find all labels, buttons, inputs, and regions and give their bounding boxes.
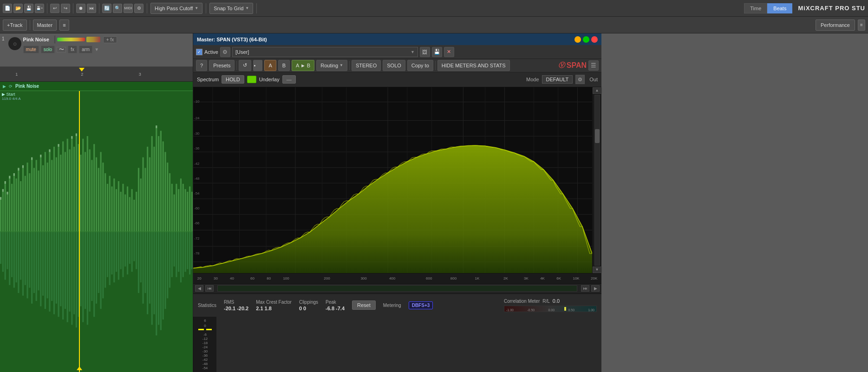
nav-home-button[interactable]: ⏮ [205,285,214,292]
db-label--72: -72 [194,236,200,241]
playhead-line [79,91,80,372]
corr-tick-050: 0.50 [568,308,574,312]
scroll-up-button[interactable]: ▲ [593,87,602,94]
svg-rect-107 [7,232,8,269]
hide-meters-button[interactable]: HIDE METERS AND STATS [437,60,510,71]
b-button[interactable]: B [278,60,290,71]
open-icon[interactable]: 📂 [13,4,23,13]
a-to-b-button[interactable]: A ► B [292,60,314,71]
freq-30: 30 [214,276,218,281]
track-header: 1 ⊙ Pink Noise + fx mute solo 〜 fx [0,33,193,67]
nav-right-button[interactable]: ▶ [591,285,600,292]
preset-save-btn[interactable]: 💾 [432,47,442,57]
svg-rect-59 [129,197,131,231]
clippings-label: Clippings [299,300,318,305]
vst-gear-button[interactable]: ⚙ [220,47,230,57]
record-icon[interactable]: ⏺ [76,4,85,13]
preset-close-btn[interactable]: ✕ [444,47,454,57]
sep3 [99,3,99,13]
preset-icon-btn1[interactable]: 🖼 [420,47,430,57]
presets-button[interactable]: Presets [209,60,235,71]
svg-rect-10 [20,181,21,231]
hamburger-button[interactable]: ≡ [59,20,69,31]
track-name: Pink Noise [23,37,49,42]
vst-minimize-button[interactable] [574,36,581,43]
a-button[interactable]: A [264,60,276,71]
solo-btn2[interactable]: SOLO [383,60,405,71]
time-button[interactable]: Time [744,3,767,13]
scroll-track[interactable] [594,95,600,266]
help-button[interactable]: ? [196,60,207,71]
spectrum-active-indicator[interactable] [247,76,256,83]
redo-icon[interactable]: ↪ [61,4,70,13]
svg-rect-113 [20,232,21,280]
reset-button[interactable]: ↺ [239,60,251,71]
svg-rect-13 [26,163,28,231]
nav-view-range [218,286,577,291]
dot-button[interactable]: • [253,60,262,71]
svg-rect-63 [138,168,139,232]
svg-rect-82 [180,178,182,231]
corr-tick-labels: -1.00 -0.50 0.00 0.50 1.00 [504,308,596,312]
scroll-thumb[interactable] [595,129,600,143]
nav-end-button[interactable]: ⏭ [581,285,589,292]
start-marker: ▶ Start 119.0 4/4 A [2,92,20,101]
add-track-button[interactable]: +Track [3,20,27,31]
svg-rect-136 [71,232,72,325]
waveform-icon[interactable]: 〜 [57,47,66,52]
mode-button[interactable]: DEFAULT [542,75,573,84]
peak-group: Peak -6.8 -7.4 [326,300,345,311]
master-button[interactable]: Master [33,20,57,31]
arm-dropdown-arrow[interactable]: ▼ [94,47,99,52]
vst-close-button[interactable] [591,36,598,43]
vst-menu-button[interactable]: ☰ [588,60,599,71]
svg-rect-56 [122,184,124,232]
beats-button[interactable]: Beats [767,3,792,13]
volume-slider-track[interactable] [54,35,56,44]
vu-db--54: -54 [202,366,208,370]
active-label: Active [204,49,218,55]
snap-to-grid-dropdown[interactable]: Snap To Grid ▼ [209,3,253,14]
spectrum-gear-button[interactable]: ⚙ [575,75,585,84]
svg-rect-58 [127,186,128,231]
svg-rect-49 [107,184,108,232]
svg-rect-97 [40,155,41,157]
svg-rect-52 [113,178,115,231]
nav-track[interactable] [217,285,577,292]
stereo-button[interactable]: STEREO [352,60,381,71]
scroll-down-button[interactable]: ▼ [593,267,602,273]
new-icon[interactable]: 📄 [3,4,12,13]
mute-button[interactable]: mute [23,46,39,53]
midi-icon[interactable]: MIDI [124,4,133,13]
undo-icon[interactable]: ↩ [50,4,59,13]
search-icon[interactable]: 🔍 [113,4,122,13]
save-icon[interactable]: 💾 [24,4,33,13]
high-pass-cutoff-dropdown[interactable]: High Pass Cutoff ▼ [150,3,202,14]
stats-reset-button[interactable]: Reset [352,300,376,310]
svg-rect-157 [118,232,119,280]
active-checkbox[interactable]: ✓ [196,49,202,55]
settings-icon[interactable]: ⚙ [134,4,144,13]
freq-6k: 6K [556,276,561,281]
nav-left-button[interactable]: ◀ [195,285,203,292]
vst-restore-button[interactable] [583,36,589,43]
copy-to-button[interactable]: Copy to [407,60,433,71]
fx-add-button[interactable]: + fx [103,36,117,43]
rms-label: RMS [224,300,248,305]
hold-button[interactable]: HOLD [222,75,244,84]
routing-button[interactable]: Routing ▼ [316,60,347,71]
loop-icon[interactable]: 🔄 [102,4,111,13]
vu-db--36: -36 [202,353,208,358]
svg-rect-143 [87,232,88,325]
svg-rect-177 [163,232,164,320]
svg-rect-173 [153,232,155,314]
arm-button[interactable]: arm [79,46,92,53]
play-back-icon[interactable]: ⏮ [87,4,96,13]
fx-button[interactable]: fx [68,46,77,53]
solo-button[interactable]: solo [41,46,55,53]
corr-tick-000: 0.00 [548,308,555,312]
save-as-icon[interactable]: 💾+ [35,4,44,13]
db-label--42: -42 [194,162,200,166]
preset-dropdown[interactable]: [User] ▼ [232,47,418,57]
performance-button[interactable]: Performance [816,20,855,31]
